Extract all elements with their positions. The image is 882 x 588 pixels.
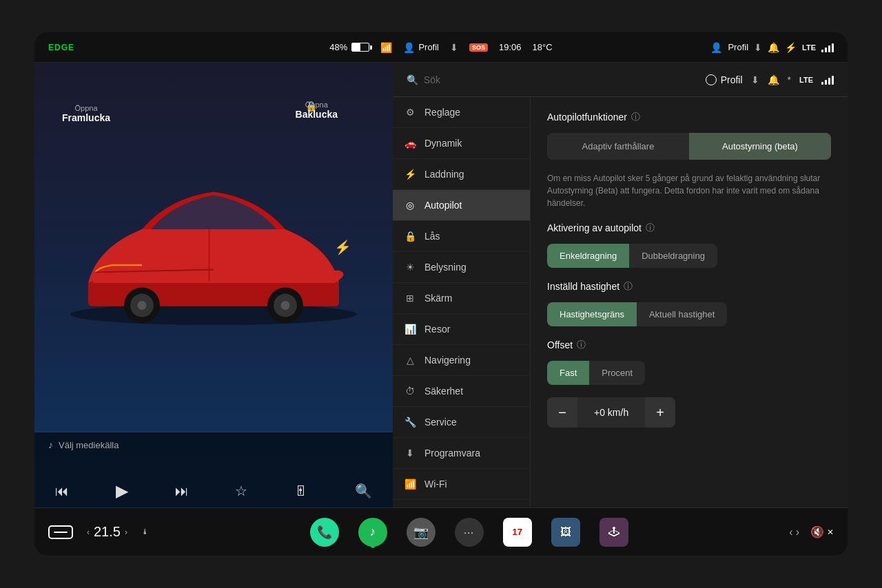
menu-item-skarm[interactable]: ⊞ Skärm: [393, 283, 530, 314]
bluetooth-icon-search[interactable]: *: [788, 74, 791, 85]
prev-button[interactable]: ⏮: [55, 483, 69, 499]
temperature-control[interactable]: ‹ 21.5 ›: [87, 524, 127, 540]
aktuell-hastighet-btn[interactable]: Aktuell hastighet: [637, 302, 727, 326]
car-image-area: ⚡: [34, 63, 393, 432]
menu-item-sakerhet[interactable]: ⏱ Säkerhet: [393, 376, 530, 407]
profile-label-search: Profil: [721, 74, 743, 85]
autopilot-label: Autopilot: [424, 200, 462, 211]
autopilot-function-group: Adaptiv farthållare Autostyrning (beta): [547, 133, 831, 160]
autostyrning-btn[interactable]: Autostyrning (beta): [689, 133, 831, 160]
next-button[interactable]: ⏭: [175, 483, 189, 499]
svg-point-7: [281, 301, 290, 310]
menu-item-resor[interactable]: 📊 Resor: [393, 314, 530, 345]
skarm-label: Skärm: [424, 293, 452, 304]
search-input-area[interactable]: 🔍 Sök: [407, 74, 706, 85]
autopilot-info-icon[interactable]: ⓘ: [631, 111, 640, 123]
menu-item-las[interactable]: 🔒 Lås: [393, 221, 530, 252]
reglage-label: Reglage: [424, 107, 460, 118]
equalizer-button[interactable]: 🎚: [294, 483, 308, 499]
speed-stepper: − +0 km/h +: [547, 397, 675, 428]
speed-info-icon[interactable]: ⓘ: [624, 280, 633, 293]
las-icon: 🔒: [404, 231, 416, 242]
hastighetsgrans-btn[interactable]: Hastighetsgräns: [547, 302, 637, 326]
menu-item-dynamik[interactable]: 🚗 Dynamik: [393, 128, 530, 159]
person-icon-right: 👤: [710, 42, 722, 53]
offset-info-icon[interactable]: ⓘ: [577, 339, 586, 351]
service-label: Service: [424, 417, 457, 428]
gallery-button[interactable]: 🖼: [551, 518, 580, 547]
search-right-icons: Profil ⬇ 🔔 * LTE: [706, 74, 834, 85]
search-bar: 🔍 Sök Profil ⬇ 🔔 * LTE: [393, 63, 848, 97]
laddning-label: Laddning: [424, 169, 464, 180]
play-button[interactable]: ▶: [116, 481, 128, 501]
enkeldragning-btn[interactable]: Enkeldragning: [547, 244, 629, 268]
menu-item-laddning[interactable]: ⚡ Laddning: [393, 159, 530, 190]
dubbeldragning-btn[interactable]: Dubbeldragning: [629, 244, 717, 268]
sakerhet-icon: ⏱: [404, 386, 416, 397]
offset-section-title: Offset ⓘ: [547, 339, 831, 351]
offset-label: Offset: [547, 339, 573, 350]
status-left: EDGE: [48, 43, 186, 52]
download-icon-status: ⬇: [450, 42, 458, 53]
camera-button[interactable]: 📷: [407, 518, 435, 547]
programvara-icon: ⬇: [404, 448, 416, 459]
temp-chevron-left[interactable]: ‹: [87, 527, 90, 537]
nav-forward-button[interactable]: ›: [796, 526, 799, 538]
joystick-button[interactable]: 🕹: [599, 518, 628, 547]
signal-bar-3: [828, 45, 830, 52]
fast-btn[interactable]: Fast: [547, 361, 589, 385]
stepper-minus[interactable]: −: [547, 397, 577, 428]
download-icon-right: ⬇: [754, 42, 762, 53]
download-icon-search[interactable]: ⬇: [751, 74, 759, 85]
signal-bar-4: [832, 43, 834, 52]
spotify-button[interactable]: ♪: [358, 518, 387, 547]
spotify-dot: [371, 544, 375, 548]
menu-item-navigering[interactable]: △ Navigering: [393, 345, 530, 376]
more-button[interactable]: ···: [455, 518, 484, 547]
menu-item-belysning[interactable]: ☀ Belysning: [393, 252, 530, 283]
autopilot-section-title: Autopilotfunktioner ⓘ: [547, 111, 831, 123]
activation-btn-group: Enkeldragning Dubbeldragning: [547, 244, 831, 268]
menu-item-autopilot[interactable]: ◎ Autopilot: [393, 190, 530, 221]
status-right: 👤 Profil ⬇ 🔔 ⚡ LTE: [696, 42, 834, 53]
dynamik-icon: 🚗: [404, 138, 416, 149]
menu-item-service[interactable]: 🔧 Service: [393, 407, 530, 438]
volume-area[interactable]: 🔇 ✕: [810, 525, 834, 538]
bell-icon-search[interactable]: 🔔: [768, 74, 779, 85]
stepper-value: +0 km/h: [577, 407, 645, 418]
time: 19:06: [499, 42, 522, 52]
activation-info-icon[interactable]: ⓘ: [646, 222, 655, 234]
search-media-button[interactable]: 🔍: [355, 483, 372, 499]
lte-label-search: LTE: [799, 76, 813, 84]
menu-item-reglage[interactable]: ⚙ Reglage: [393, 97, 530, 128]
favorite-button[interactable]: ☆: [235, 483, 247, 499]
taskbar-right: ‹ › 🔇 ✕: [789, 525, 834, 538]
profile-area-status[interactable]: 👤 Profil: [403, 42, 439, 53]
navigering-label: Navigering: [424, 355, 471, 366]
adaptiv-btn[interactable]: Adaptiv farthållare: [547, 133, 689, 160]
calendar-date: 17: [512, 527, 522, 537]
temp-chevron-right[interactable]: ›: [125, 527, 127, 537]
menu-item-programvara[interactable]: ⬇ Programvara: [393, 438, 530, 469]
procent-btn[interactable]: Procent: [589, 361, 645, 385]
status-center: 48% 📶 👤 Profil ⬇ SOS 19:06 18°C: [186, 42, 696, 53]
calendar-button[interactable]: 17: [503, 518, 532, 547]
profile-area-top[interactable]: Profil: [706, 74, 743, 85]
music-note-icon: ♪: [48, 439, 53, 450]
phone-button[interactable]: 📞: [310, 518, 339, 547]
autopilot-functions-label: Autopilotfunktioner: [547, 112, 627, 123]
laddning-icon: ⚡: [404, 169, 416, 180]
car-icon-button[interactable]: [48, 525, 73, 539]
stepper-plus[interactable]: +: [645, 397, 675, 428]
search-icon: 🔍: [407, 74, 418, 85]
sb4: [832, 76, 834, 85]
bluetooth-icon: ⚡: [785, 42, 797, 53]
speed-btn-group: Hastighetsgräns Aktuell hastighet: [547, 302, 831, 326]
belysning-icon: ☀: [404, 262, 416, 273]
taskbar: ‹ 21.5 › 🌡 📞 ♪ 📷 ··· 17 🖼 🕹 ‹: [34, 507, 848, 556]
wifi-label: Wi-Fi: [424, 479, 447, 490]
temp-value: 21.5: [94, 524, 121, 540]
nav-back-button[interactable]: ‹: [789, 526, 792, 538]
menu-item-wifi[interactable]: 📶 Wi-Fi: [393, 469, 530, 500]
battery-percent: 48%: [329, 42, 347, 52]
